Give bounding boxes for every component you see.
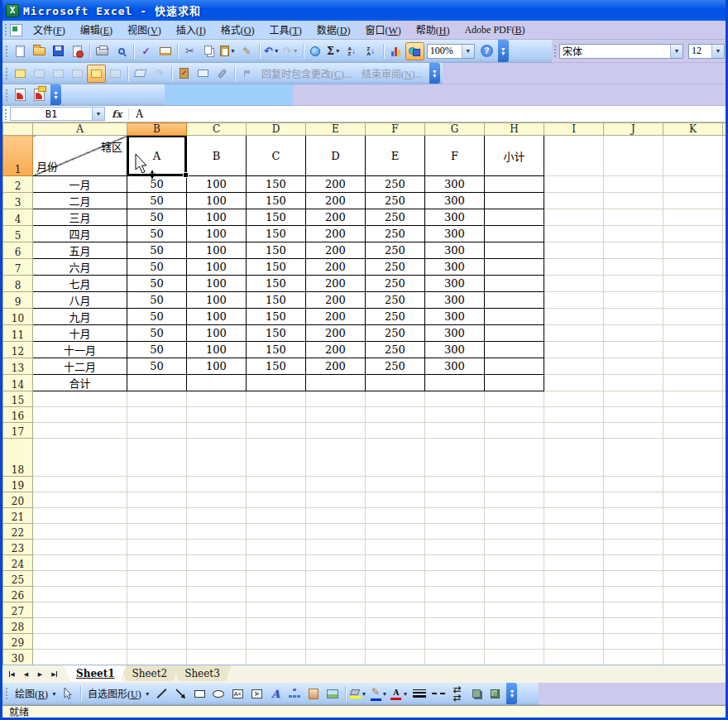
hide-ink-icon[interactable] bbox=[131, 65, 150, 83]
diagram-icon[interactable] bbox=[285, 684, 304, 703]
font-color-icon[interactable]: A▼ bbox=[389, 684, 410, 703]
cell-A23[interactable] bbox=[33, 540, 127, 555]
cell-H14[interactable] bbox=[485, 375, 544, 391]
format-painter-icon[interactable]: ✎ bbox=[237, 42, 256, 60]
cell-J1[interactable] bbox=[604, 136, 663, 176]
cell-K27[interactable] bbox=[663, 602, 723, 618]
cell-A15[interactable] bbox=[33, 391, 127, 407]
row-header-30[interactable]: 30 bbox=[3, 650, 33, 665]
previous-sheet-icon[interactable]: ◀ bbox=[20, 668, 32, 680]
cell-I8[interactable] bbox=[544, 276, 604, 292]
cell-A13[interactable]: 十二月 bbox=[33, 358, 127, 375]
cell-J19[interactable] bbox=[604, 477, 663, 492]
cell-J21[interactable] bbox=[604, 508, 663, 524]
cell-F5[interactable]: 250 bbox=[366, 226, 425, 242]
cell-A30[interactable] bbox=[33, 650, 127, 665]
cell-E10[interactable]: 200 bbox=[306, 309, 366, 325]
cell-G23[interactable] bbox=[425, 540, 485, 555]
cell-E1[interactable]: D bbox=[306, 136, 366, 176]
row-header-19[interactable]: 19 bbox=[3, 477, 33, 492]
cell-D11[interactable]: 150 bbox=[247, 325, 306, 342]
sort-descending-icon[interactable]: ZA↓ bbox=[362, 42, 381, 60]
cell-E24[interactable] bbox=[306, 555, 366, 571]
cell-B18[interactable] bbox=[127, 439, 187, 477]
cell-E26[interactable] bbox=[306, 587, 366, 602]
cell-B7[interactable]: 50 bbox=[127, 259, 187, 276]
cell-C6[interactable]: 100 bbox=[187, 242, 247, 259]
cell-E29[interactable] bbox=[306, 634, 366, 650]
cell-K1[interactable] bbox=[663, 136, 723, 176]
cell-D22[interactable] bbox=[247, 524, 306, 540]
cell-J18[interactable] bbox=[604, 439, 663, 477]
cell-D27[interactable] bbox=[247, 602, 306, 618]
toolbar-options-icon[interactable]: ▼▼ bbox=[50, 84, 61, 105]
cell-A10[interactable]: 九月 bbox=[33, 309, 127, 325]
help-icon[interactable]: ? bbox=[477, 42, 496, 60]
paste-icon[interactable]: ▼ bbox=[218, 42, 237, 60]
cell-J23[interactable] bbox=[604, 540, 663, 555]
cell-B8[interactable]: 50 bbox=[127, 276, 187, 292]
cell-G14[interactable] bbox=[425, 375, 485, 391]
cell-I6[interactable] bbox=[544, 242, 604, 259]
cell-F18[interactable] bbox=[366, 439, 425, 477]
cell-D3[interactable]: 150 bbox=[247, 193, 306, 209]
cell-D26[interactable] bbox=[247, 587, 306, 602]
cell-B23[interactable] bbox=[127, 540, 187, 555]
cell-B9[interactable]: 50 bbox=[127, 292, 187, 309]
cell-A4[interactable]: 三月 bbox=[33, 209, 127, 226]
cell-H13[interactable] bbox=[485, 358, 544, 375]
menu-item[interactable]: 窗口(W) bbox=[357, 20, 408, 40]
cell-A6[interactable]: 五月 bbox=[33, 242, 127, 259]
cell-I20[interactable] bbox=[544, 492, 604, 508]
cell-A21[interactable] bbox=[33, 508, 127, 524]
cell-B1[interactable]: A bbox=[127, 136, 187, 176]
cell-I15[interactable] bbox=[544, 391, 604, 407]
cell-E12[interactable]: 200 bbox=[306, 342, 366, 358]
cell-J6[interactable] bbox=[604, 242, 663, 259]
cell-G3[interactable]: 300 bbox=[425, 193, 485, 209]
cell-E9[interactable]: 200 bbox=[306, 292, 366, 309]
cell-C2[interactable]: 100 bbox=[187, 176, 247, 193]
cell-H18[interactable] bbox=[485, 439, 544, 477]
cell-D4[interactable]: 150 bbox=[247, 209, 306, 226]
menu-item[interactable]: Adobe PDF(B) bbox=[457, 22, 532, 39]
cell-K28[interactable] bbox=[663, 618, 723, 634]
cell-G15[interactable] bbox=[425, 391, 485, 407]
cell-I17[interactable] bbox=[544, 423, 604, 439]
cell-C10[interactable]: 100 bbox=[187, 309, 247, 325]
cell-J12[interactable] bbox=[604, 342, 663, 358]
row-header-28[interactable]: 28 bbox=[3, 618, 33, 634]
cell-D28[interactable] bbox=[247, 618, 306, 634]
cell-B17[interactable] bbox=[127, 423, 187, 439]
cell-H30[interactable] bbox=[485, 650, 544, 665]
cell-I30[interactable] bbox=[544, 650, 604, 665]
cell-H27[interactable] bbox=[485, 602, 544, 618]
cell-E23[interactable] bbox=[306, 540, 366, 555]
cell-A27[interactable] bbox=[33, 602, 127, 618]
toolbar-options-icon[interactable]: ▼▼ bbox=[429, 63, 440, 84]
cell-A9[interactable]: 八月 bbox=[33, 292, 127, 309]
cell-D24[interactable] bbox=[247, 555, 306, 571]
toolbar-grip[interactable] bbox=[4, 108, 7, 120]
cell-I12[interactable] bbox=[544, 342, 604, 358]
cell-D18[interactable] bbox=[247, 439, 306, 477]
cell-D30[interactable] bbox=[247, 650, 306, 665]
cell-F28[interactable] bbox=[366, 618, 425, 634]
cell-F27[interactable] bbox=[366, 602, 425, 618]
shadow-style-icon[interactable] bbox=[467, 684, 486, 703]
sheet-tab-Sheet3[interactable]: Sheet3 bbox=[173, 665, 232, 681]
column-header-G[interactable]: G bbox=[425, 123, 485, 136]
cell-C12[interactable]: 100 bbox=[187, 342, 247, 358]
cell-C23[interactable] bbox=[187, 540, 247, 555]
cell-B20[interactable] bbox=[127, 492, 187, 508]
cell-J11[interactable] bbox=[604, 325, 663, 342]
cell-I1[interactable] bbox=[544, 136, 604, 176]
new-document-icon[interactable] bbox=[11, 42, 30, 60]
cell-C4[interactable]: 100 bbox=[187, 209, 247, 226]
cell-C21[interactable] bbox=[187, 508, 247, 524]
show-all-comments-icon[interactable] bbox=[87, 65, 106, 83]
cell-C24[interactable] bbox=[187, 555, 247, 571]
cell-D20[interactable] bbox=[247, 492, 306, 508]
column-header-A[interactable]: A bbox=[33, 123, 127, 136]
cell-F25[interactable] bbox=[366, 571, 425, 587]
